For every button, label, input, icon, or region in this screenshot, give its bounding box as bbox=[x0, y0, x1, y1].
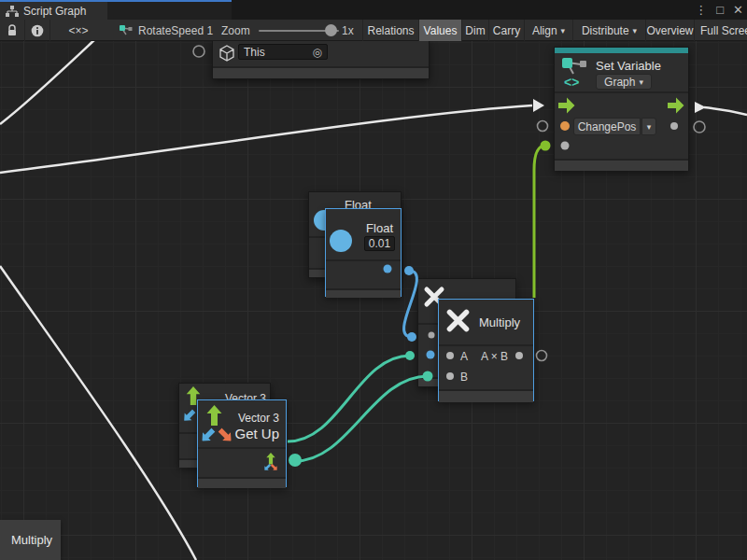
info-button[interactable] bbox=[24, 20, 49, 41]
get-up-output-port[interactable] bbox=[289, 454, 302, 467]
relations-button[interactable]: Relations bbox=[362, 20, 418, 41]
align-label: Align bbox=[532, 24, 557, 37]
tab-title: Script Graph bbox=[23, 5, 86, 18]
graph-canvas[interactable]: This ◎ <> Set Variable Graph ▾ bbox=[0, 0, 747, 560]
graph-asset-icon bbox=[119, 24, 133, 37]
control-out-arrowhead-icon[interactable] bbox=[695, 102, 706, 113]
wire-teal-a[interactable] bbox=[288, 356, 410, 441]
wire-control-in[interactable] bbox=[0, 105, 532, 173]
multiply-port-result[interactable] bbox=[515, 352, 523, 359]
wire-cap[interactable] bbox=[404, 266, 414, 275]
close-icon[interactable]: ✕ bbox=[733, 3, 743, 17]
tab-focus-accent bbox=[0, 0, 232, 2]
maximize-icon[interactable]: □ bbox=[716, 3, 724, 17]
dim-button[interactable]: Dim bbox=[461, 20, 488, 41]
relations-label: Relations bbox=[367, 24, 414, 37]
tab-script-graph[interactable]: Script Graph bbox=[0, 2, 107, 20]
caret-down-icon: ▾ bbox=[561, 26, 566, 35]
dim-label: Dim bbox=[465, 24, 485, 37]
tab-bar: Script Graph ⋮ □ ✕ bbox=[0, 0, 747, 20]
multiply-port-b[interactable] bbox=[446, 372, 454, 380]
graph-breadcrumb[interactable]: RotateSpeed 1 bbox=[119, 20, 213, 41]
distribute-button[interactable]: Distribute▾ bbox=[572, 20, 645, 41]
wire-teal-b[interactable] bbox=[295, 376, 428, 461]
kebab-menu-icon[interactable]: ⋮ bbox=[695, 3, 707, 17]
graph-toolbar: <×> RotateSpeed 1 Zoom 1x Relations Valu… bbox=[0, 20, 747, 41]
variable-port[interactable] bbox=[560, 121, 570, 131]
caret-down-icon: ▾ bbox=[633, 26, 638, 35]
control-in-arrowhead-icon[interactable] bbox=[533, 99, 544, 112]
wire-cap[interactable] bbox=[405, 351, 415, 360]
code-icon: <×> bbox=[68, 24, 88, 37]
fullscreen-button[interactable]: Full Screen bbox=[694, 20, 747, 41]
wire-lime-to-set-variable[interactable] bbox=[534, 146, 545, 298]
align-button[interactable]: Align▾ bbox=[524, 20, 572, 41]
code-view-button[interactable]: <×> bbox=[49, 20, 106, 41]
lock-icon bbox=[7, 24, 18, 37]
multiply-behind-port-a[interactable] bbox=[429, 332, 435, 339]
values-button[interactable]: Values bbox=[418, 20, 461, 41]
multiply-port-a[interactable] bbox=[446, 352, 454, 359]
wire-cap[interactable] bbox=[407, 332, 416, 342]
tab-strip-extension bbox=[107, 2, 232, 20]
carry-button[interactable]: Carry bbox=[488, 20, 524, 41]
wire-cap[interactable] bbox=[541, 141, 551, 151]
script-graph-window: This ◎ <> Set Variable Graph ▾ bbox=[0, 0, 747, 560]
control-output-arrow-icon[interactable] bbox=[668, 98, 684, 114]
carry-label: Carry bbox=[493, 24, 520, 37]
lock-button[interactable] bbox=[0, 20, 24, 41]
zoom-value: 1x bbox=[342, 20, 354, 41]
wire-white-diagonal[interactable] bbox=[0, 266, 196, 560]
info-icon bbox=[31, 24, 44, 37]
distribute-label: Distribute bbox=[582, 24, 629, 37]
graph-name: RotateSpeed 1 bbox=[138, 24, 213, 37]
graph-hierarchy-icon bbox=[6, 6, 19, 17]
input-value-port[interactable] bbox=[561, 142, 570, 150]
set-variable-left-port[interactable] bbox=[538, 121, 548, 132]
float-output-port[interactable] bbox=[384, 265, 392, 273]
control-input-arrow-icon[interactable] bbox=[558, 98, 575, 114]
set-variable-right-port[interactable] bbox=[694, 121, 705, 133]
this-output-port[interactable] bbox=[193, 46, 204, 57]
fullscreen-label: Full Screen bbox=[700, 24, 747, 37]
output-value-port[interactable] bbox=[670, 122, 678, 130]
multiply-behind-port-b[interactable] bbox=[427, 351, 435, 359]
values-label: Values bbox=[424, 24, 458, 37]
wire-control-out[interactable] bbox=[704, 107, 747, 115]
overview-label: Overview bbox=[646, 24, 693, 37]
wire-cap[interactable] bbox=[423, 371, 433, 382]
multiply-result-outer-port[interactable] bbox=[537, 351, 547, 361]
overview-button[interactable]: Overview bbox=[645, 20, 694, 41]
wire-blue-float-to-multiply[interactable] bbox=[404, 271, 417, 337]
wire-white-top-left[interactable] bbox=[0, 39, 95, 124]
zoom-slider-handle[interactable] bbox=[325, 24, 337, 36]
zoom-label: Zoom bbox=[221, 20, 250, 41]
